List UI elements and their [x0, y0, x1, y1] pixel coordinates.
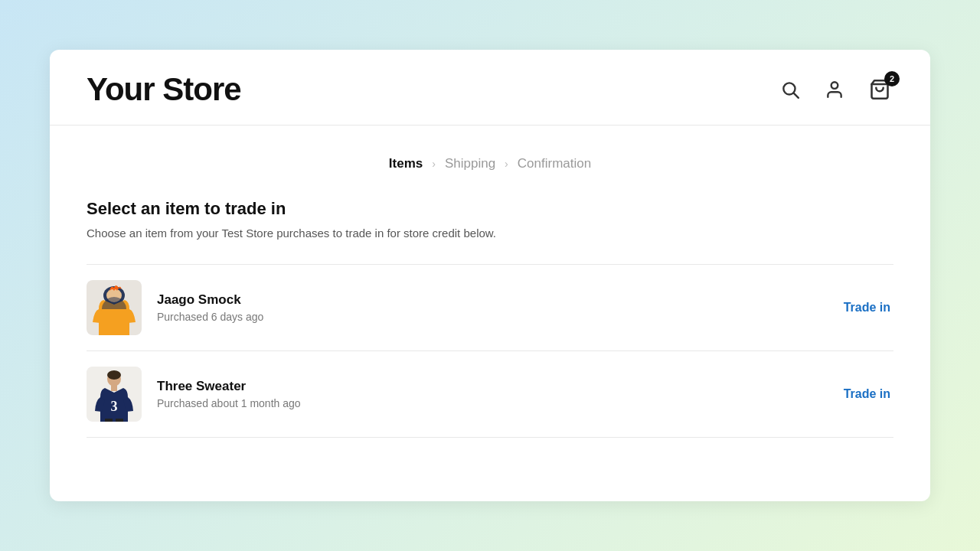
chevron-icon-1: ›	[432, 158, 436, 170]
breadcrumb-shipping: Shipping	[445, 156, 495, 171]
section-title: Select an item to trade in	[87, 199, 893, 219]
breadcrumb-items: Items	[389, 156, 423, 171]
cart-button[interactable]: 2	[866, 76, 893, 103]
svg-point-2	[831, 82, 838, 89]
product-image-sweater: 3	[87, 367, 142, 422]
user-icon	[825, 80, 844, 99]
svg-rect-12	[116, 419, 123, 422]
jaago-product-svg	[87, 280, 142, 335]
product-image-jaago	[87, 280, 142, 335]
main-content: Items › Shipping › Confirmation Select a…	[50, 126, 930, 501]
trade-in-button-sweater[interactable]: Trade in	[841, 381, 893, 407]
product-info-sweater: Three Sweater Purchased about 1 month ag…	[157, 379, 841, 409]
header-icons: 2	[777, 76, 893, 103]
main-card: Your Store	[50, 50, 930, 501]
store-title: Your Store	[87, 71, 241, 108]
product-name-jaago: Jaago Smock	[157, 292, 841, 308]
product-name-sweater: Three Sweater	[157, 379, 841, 394]
section-description: Choose an item from your Test Store purc…	[87, 225, 893, 243]
header: Your Store	[50, 50, 930, 126]
user-button[interactable]	[822, 77, 848, 103]
product-row-jaago: Jaago Smock Purchased 6 days ago Trade i…	[87, 265, 893, 351]
svg-point-9	[107, 370, 121, 380]
chevron-icon-2: ›	[505, 158, 508, 170]
breadcrumb-confirmation: Confirmation	[518, 156, 591, 171]
product-date-jaago: Purchased 6 days ago	[157, 311, 841, 323]
cart-badge: 2	[884, 71, 900, 86]
svg-rect-11	[105, 419, 113, 422]
breadcrumb: Items › Shipping › Confirmation	[87, 156, 893, 171]
sweater-product-svg: 3	[87, 367, 142, 422]
product-row-sweater: 3 Three Sweater Purchased about 1 month …	[87, 351, 893, 438]
trade-in-button-jaago[interactable]: Trade in	[841, 295, 893, 321]
product-date-sweater: Purchased about 1 month ago	[157, 397, 841, 409]
svg-rect-13	[111, 385, 117, 391]
search-icon	[780, 80, 800, 99]
svg-text:3: 3	[111, 399, 118, 414]
search-button[interactable]	[777, 77, 803, 103]
svg-line-1	[794, 93, 799, 98]
product-info-jaago: Jaago Smock Purchased 6 days ago	[157, 292, 841, 323]
